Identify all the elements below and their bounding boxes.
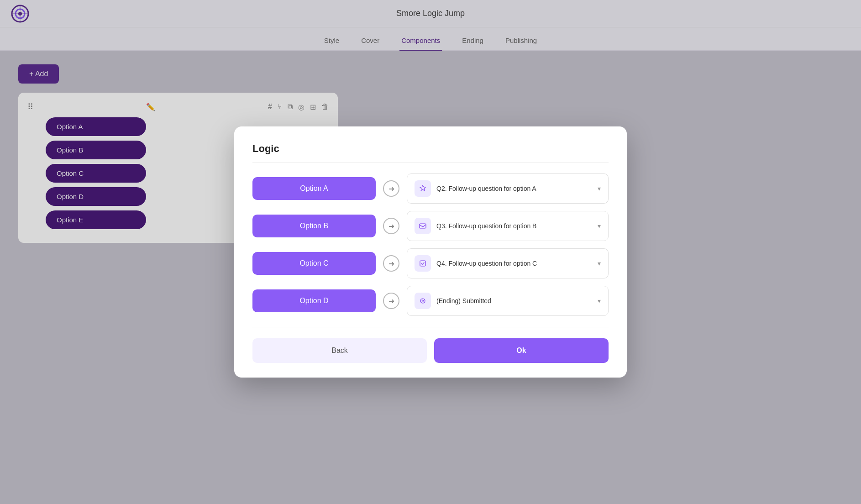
logic-rows: Option A ➜ Q2. Follow-up question for op… [252,173,609,316]
option-a-button[interactable]: Option A [252,177,376,200]
destination-c-select[interactable]: Q4. Follow-up question for option C ▾ [407,248,609,278]
destination-d-select[interactable]: (Ending) Submitted ▾ [407,286,609,316]
logic-row-d: Option D ➜ (Ending) Submitted ▾ [252,286,609,316]
arrow-c-icon: ➜ [383,255,399,272]
logic-row-a: Option A ➜ Q2. Follow-up question for op… [252,173,609,204]
dest-icon-check [415,255,431,272]
chevron-d-icon: ▾ [598,297,601,304]
arrow-b-icon: ➜ [383,218,399,234]
back-button[interactable]: Back [252,338,427,363]
svg-rect-6 [420,261,425,266]
destination-a-select[interactable]: Q2. Follow-up question for option A ▾ [407,173,609,204]
modal-overlay: Logic Option A ➜ Q2. Follow-up question … [0,0,861,504]
modal-footer: Back Ok [252,338,609,363]
dest-icon-arrow [415,293,431,309]
dest-b-label: Q3. Follow-up question for option B [436,222,592,230]
dest-icon-mail [415,218,431,234]
option-d-button[interactable]: Option D [252,289,376,312]
logic-modal: Logic Option A ➜ Q2. Follow-up question … [234,126,627,378]
destination-b-select[interactable]: Q3. Follow-up question for option B ▾ [407,211,609,241]
option-b-button[interactable]: Option B [252,215,376,237]
dest-c-label: Q4. Follow-up question for option C [436,260,592,267]
modal-title: Logic [252,143,609,163]
arrow-d-icon: ➜ [383,293,399,309]
app-background: Smore Logic Jump Style Cover Components … [0,0,861,504]
arrow-a-icon: ➜ [383,180,399,197]
option-c-button[interactable]: Option C [252,252,376,275]
dest-d-label: (Ending) Submitted [436,297,592,304]
svg-rect-5 [420,224,426,228]
dest-icon-star [415,180,431,197]
chevron-b-icon: ▾ [598,222,601,230]
chevron-a-icon: ▾ [598,185,601,192]
ok-button[interactable]: Ok [434,338,609,363]
modal-divider [252,327,609,327]
logic-row-c: Option C ➜ Q4. Follow-up question for op… [252,248,609,278]
dest-a-label: Q2. Follow-up question for option A [436,185,592,192]
chevron-c-icon: ▾ [598,260,601,267]
logic-row-b: Option B ➜ Q3. Follow-up question for op… [252,211,609,241]
